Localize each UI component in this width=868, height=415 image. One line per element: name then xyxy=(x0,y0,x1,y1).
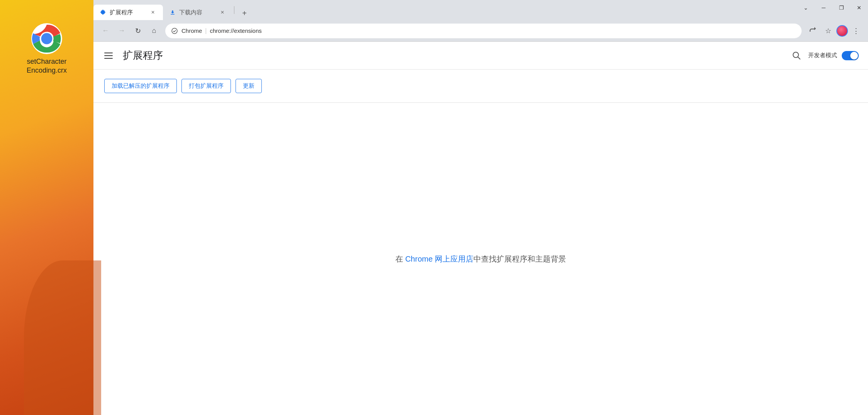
tab-downloads-close[interactable]: ✕ xyxy=(219,9,226,16)
svg-rect-3 xyxy=(171,14,175,15)
header-right: 开发者模式 xyxy=(790,49,859,63)
bookmark-icon: ☆ xyxy=(825,27,831,35)
hamburger-button[interactable] xyxy=(103,49,117,63)
forward-icon: → xyxy=(118,27,125,35)
new-tab-icon: + xyxy=(242,9,247,18)
close-button[interactable]: ✕ xyxy=(850,0,868,15)
load-unpacked-button[interactable]: 加载已解压的扩展程序 xyxy=(104,79,177,93)
share-button[interactable] xyxy=(805,24,820,38)
home-icon: ⌂ xyxy=(152,27,156,35)
address-bar-separator: | xyxy=(205,27,207,34)
desktop-icon[interactable]: setCharacterEncoding.crx xyxy=(27,23,67,75)
back-button[interactable]: ← xyxy=(98,24,113,38)
page-content: 扩展程序 开发者模式 加载已解压的扩展程序 打包扩展程序 更新 xyxy=(93,42,868,415)
page-actions: 加载已解压的扩展程序 打包扩展程序 更新 xyxy=(93,70,868,103)
update-button[interactable]: 更新 xyxy=(236,79,262,93)
home-button[interactable]: ⌂ xyxy=(147,24,161,38)
reload-icon: ↻ xyxy=(135,27,141,35)
toggle-knob xyxy=(850,52,858,60)
minimize-arrow-button[interactable]: ⌄ xyxy=(797,0,815,15)
tab-extensions-label: 扩展程序 xyxy=(110,9,133,16)
more-button[interactable]: ⋮ xyxy=(849,24,863,38)
tab-extensions-close[interactable]: ✕ xyxy=(149,9,157,16)
tabs-bar: 扩展程序 ✕ 下载内容 ✕ + xyxy=(93,0,251,20)
page-empty-state: 在 Chrome 网上应用店中查找扩展程序和主题背景 xyxy=(93,103,868,415)
dev-mode-label: 开发者模式 xyxy=(808,52,837,59)
security-icon xyxy=(171,27,178,35)
hamburger-line-2 xyxy=(104,55,113,56)
tab-divider xyxy=(234,6,234,14)
tab-extensions[interactable]: 扩展程序 ✕ xyxy=(93,5,163,20)
restore-button[interactable]: ❐ xyxy=(832,0,850,15)
empty-text-before: 在 xyxy=(395,255,405,263)
dev-mode-toggle[interactable] xyxy=(842,51,859,60)
tab-downloads[interactable]: 下载内容 ✕ xyxy=(163,5,232,20)
address-bar-site: Chrome xyxy=(181,27,202,34)
page-header: 扩展程序 开发者模式 xyxy=(93,42,868,70)
empty-message: 在 Chrome 网上应用店中查找扩展程序和主题背景 xyxy=(395,254,566,264)
title-bar: 扩展程序 ✕ 下载内容 ✕ + ⌄ ─ xyxy=(93,0,868,20)
profile-avatar[interactable] xyxy=(836,25,848,37)
address-bar-url: chrome://extensions xyxy=(210,27,796,34)
tab-downloads-label: 下载内容 xyxy=(179,9,202,16)
toolbar-right: ☆ ⋮ xyxy=(805,24,863,38)
hamburger-line-1 xyxy=(104,53,113,53)
svg-point-4 xyxy=(172,28,177,34)
pack-extension-button[interactable]: 打包扩展程序 xyxy=(181,79,231,93)
forward-button[interactable]: → xyxy=(114,24,129,38)
toolbar: ← → ↻ ⌂ Chrome | chrome://extensions xyxy=(93,20,868,42)
search-button[interactable] xyxy=(790,49,804,63)
window-controls: ⌄ ─ ❐ ✕ xyxy=(797,0,868,15)
desktop-icon-label: setCharacterEncoding.crx xyxy=(27,57,67,75)
empty-text-after: 中查找扩展程序和主题背景 xyxy=(473,255,566,263)
browser-window: 扩展程序 ✕ 下载内容 ✕ + ⌄ ─ xyxy=(93,0,868,415)
puzzle-icon xyxy=(100,9,107,16)
more-icon: ⋮ xyxy=(853,27,860,35)
hamburger-line-3 xyxy=(104,58,113,59)
bookmark-button[interactable]: ☆ xyxy=(821,24,836,38)
share-icon xyxy=(809,26,816,35)
new-tab-button[interactable]: + xyxy=(237,6,251,20)
address-bar[interactable]: Chrome | chrome://extensions xyxy=(165,24,802,38)
page-title: 扩展程序 xyxy=(123,49,783,62)
minimize-button[interactable]: ─ xyxy=(815,0,832,15)
chrome-logo-icon xyxy=(31,23,62,54)
desktop-sidebar: setCharacterEncoding.crx xyxy=(0,0,93,415)
reload-button[interactable]: ↻ xyxy=(131,24,145,38)
download-icon xyxy=(169,9,176,16)
back-icon: ← xyxy=(102,27,109,35)
chrome-store-link[interactable]: Chrome 网上应用店 xyxy=(405,255,473,263)
svg-point-2 xyxy=(41,33,53,44)
